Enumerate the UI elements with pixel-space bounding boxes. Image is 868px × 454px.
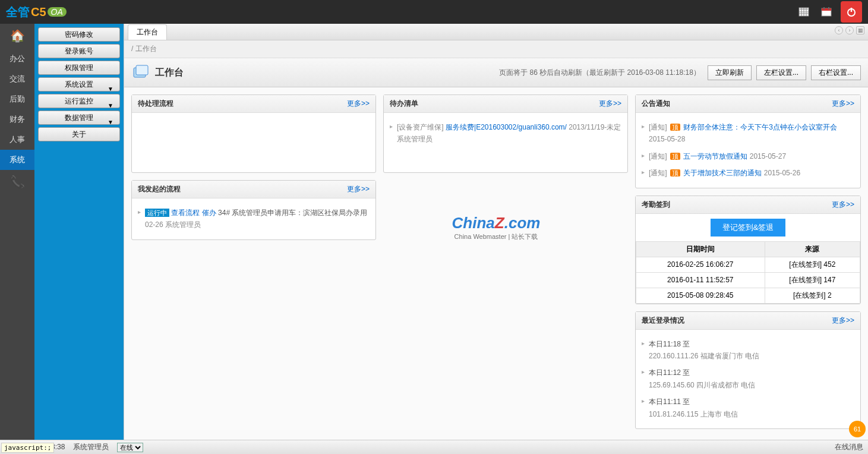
more-link[interactable]: 更多>>	[347, 184, 370, 194]
more-link[interactable]: 更多>>	[832, 316, 854, 326]
notice-link[interactable]: 五一劳动节放假通知	[683, 152, 747, 160]
list-item: 本日11:18 至220.160.111.26 福建省厦门市 电信	[642, 336, 854, 365]
panel-logins: 最近登录情况更多>> 本日11:18 至220.160.111.26 福建省厦门…	[635, 311, 861, 429]
table-row: 2015-05-08 09:28:45[在线签到] 2	[636, 288, 860, 303]
flow-desc: 34# 系统管理员申请用车：滨湖区社保局办录用	[218, 209, 367, 217]
todo-link[interactable]: 服务续费|E201603002/guanli360.com/	[446, 123, 567, 131]
tab-bar: 工作台 ‹ › ▦	[124, 24, 868, 40]
table-row: 2016-02-25 16:06:27[在线签到] 452	[636, 257, 860, 272]
more-link[interactable]: 更多>>	[832, 99, 854, 109]
notice-link[interactable]: 关于增加技术三部的通知	[683, 169, 762, 177]
tab-grid-icon[interactable]: ▦	[856, 26, 864, 34]
list-item: 运行中 查看流程 催办 34# 系统管理员申请用车：滨湖区社保局办录用 02-2…	[138, 204, 370, 234]
subnav-permission[interactable]: 权限管理	[38, 61, 120, 75]
todo-user: 系统管理员	[397, 135, 433, 143]
flow-date: 02-26	[145, 220, 163, 229]
notice-date: 2015-05-27	[750, 152, 786, 160]
refresh-info: 页面将于 86 秒后自动刷新（最近刷新于 2016-03-08 11:18:18…	[499, 68, 700, 78]
login-detail: 101.81.246.115 上海市 电信	[649, 408, 854, 420]
cell-source: [在线签到] 452	[765, 257, 860, 272]
subnav-monitor[interactable]: 运行监控▼	[38, 94, 120, 108]
top-bar: 全管 C5 OA	[0, 0, 868, 24]
panel-attendance: 考勤签到更多>> 登记签到&签退 日期时间 来源 2016-02-25 16:0…	[635, 196, 861, 304]
panel-title: 最近登录情况	[642, 316, 684, 326]
subnav-settings[interactable]: 系统设置▼	[38, 77, 120, 92]
content-area: 工作台 ‹ › ▦ / 工作台 工作台 页面将于 86 秒后自动刷新（最近刷新于…	[124, 24, 868, 440]
calendar-icon[interactable]	[818, 4, 835, 20]
notice-tag: [通知]	[649, 152, 667, 160]
urge-link[interactable]: 催办	[202, 209, 216, 217]
page-title: 工作台	[155, 67, 184, 79]
panel-title: 公告通知	[642, 99, 670, 109]
notification-badge[interactable]: 61	[849, 421, 866, 437]
list-item: [通知] 顶 财务部全体注意：今天下午3点钟在小会议室开会 2015-05-28	[642, 119, 854, 148]
nav-office[interactable]: 办公	[0, 49, 34, 69]
login-detail: 125.69.145.60 四川省成都市 电信	[649, 379, 854, 391]
list-item: [通知] 顶 关于增加技术三部的通知 2015-05-26	[642, 165, 854, 181]
cell-source: [在线签到] 147	[765, 272, 860, 288]
nav-system[interactable]: 系统	[0, 150, 34, 170]
phone-icon: 📞	[0, 175, 34, 189]
svg-rect-8	[822, 8, 831, 11]
status-badge: 运行中	[145, 209, 169, 217]
tab-prev[interactable]: ‹	[835, 26, 843, 34]
nav-widget[interactable]: 📞	[0, 170, 34, 195]
notice-tag: [通知]	[649, 123, 667, 131]
nav-exchange[interactable]: 交流	[0, 69, 34, 89]
nav-finance[interactable]: 财务	[0, 109, 34, 130]
right-settings-button[interactable]: 右栏设置...	[811, 65, 861, 80]
list-item: 本日11:11 至101.81.246.115 上海市 电信	[642, 393, 854, 423]
calendar-grid-icon[interactable]	[796, 4, 812, 20]
panel-notice: 公告通知更多>> [通知] 顶 财务部全体注意：今天下午3点钟在小会议室开会 2…	[635, 94, 861, 188]
table-row: 2016-01-11 11:52:57[在线签到] 147	[636, 272, 860, 288]
subnav-account[interactable]: 登录账号	[38, 44, 120, 58]
nav-hr[interactable]: 人事	[0, 130, 34, 150]
dashboard-icon	[131, 63, 150, 82]
list-item: 本日11:12 至125.69.145.60 四川省成都市 电信	[642, 364, 854, 393]
notice-date: 2015-05-26	[764, 169, 800, 177]
subnav-password[interactable]: 密码修改	[38, 27, 120, 42]
view-flow-link[interactable]: 查看流程	[171, 209, 200, 217]
tab-next[interactable]: ›	[845, 26, 854, 34]
panel-pending-flow: 待处理流程更多>>	[131, 94, 376, 173]
nav-logistics[interactable]: 后勤	[0, 89, 34, 109]
col-source: 来源	[765, 241, 860, 257]
todo-tail: 2013/11/19-未定	[569, 123, 621, 131]
more-link[interactable]: 更多>>	[347, 99, 370, 109]
subnav-about[interactable]: 关于	[38, 127, 120, 141]
notice-date: 2015-05-28	[649, 135, 685, 143]
more-link[interactable]: 更多>>	[832, 200, 854, 210]
login-head: 本日11:18 至	[649, 338, 854, 350]
sub-nav: 密码修改 登录账号 权限管理 系统设置▼ 运行监控▼ 数据管理▼ 关于	[34, 24, 124, 440]
cell-datetime: 2015-05-08 09:28:45	[636, 288, 765, 303]
more-link[interactable]: 更多>>	[599, 99, 621, 109]
svg-rect-9	[823, 7, 825, 10]
logo-text-2: C5	[31, 5, 46, 19]
login-head: 本日11:11 至	[649, 396, 854, 408]
left-settings-button[interactable]: 左栏设置...	[756, 65, 806, 80]
panel-title: 待处理流程	[138, 99, 173, 109]
todo-cat: [设备资产维保]	[397, 123, 444, 131]
login-head: 本日11:12 至	[649, 367, 854, 379]
check-in-button[interactable]: 登记签到&签退	[711, 219, 786, 237]
panel-my-flow: 我发起的流程更多>> 运行中 查看流程 催办 34# 系统管理员申请用车：滨湖区…	[131, 180, 376, 240]
nav-home[interactable]: 🏠	[0, 24, 34, 49]
tab-dashboard[interactable]: 工作台	[128, 24, 167, 40]
notice-tag: [通知]	[649, 169, 667, 177]
logo-text-1: 全管	[6, 4, 30, 20]
cell-datetime: 2016-01-11 11:52:57	[636, 272, 765, 288]
subnav-data[interactable]: 数据管理▼	[38, 111, 120, 125]
page-header: 工作台 页面将于 86 秒后自动刷新（最近刷新于 2016-03-08 11:1…	[124, 58, 868, 87]
power-button[interactable]	[841, 1, 862, 23]
flow-user: 系统管理员	[165, 220, 201, 229]
svg-rect-10	[828, 7, 829, 10]
cell-datetime: 2016-02-25 16:06:27	[636, 257, 765, 272]
sticky-badge: 顶	[670, 153, 680, 160]
refresh-button[interactable]: 立即刷新	[708, 65, 752, 80]
login-detail: 220.160.111.26 福建省厦门市 电信	[649, 350, 854, 362]
logo: 全管 C5 OA	[6, 4, 67, 20]
attendance-table: 日期时间 来源 2016-02-25 16:06:27[在线签到] 452201…	[636, 241, 860, 304]
notice-link[interactable]: 财务部全体注意：今天下午3点钟在小会议室开会	[683, 123, 837, 131]
panel-title: 我发起的流程	[138, 184, 181, 194]
sticky-badge: 顶	[670, 169, 680, 176]
